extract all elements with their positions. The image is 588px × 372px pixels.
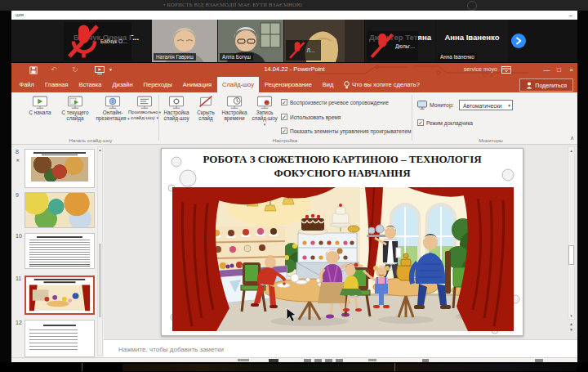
checkbox-presenter-view[interactable]: ✓ Режим докладчика — [417, 119, 473, 126]
checkbox-use-timings[interactable]: ✓ Использовать время — [281, 114, 341, 120]
checkbox-label: Показать элементы управления проигрывате… — [290, 128, 411, 134]
tab-slideshow[interactable]: Слайд-шоу — [217, 77, 260, 92]
button-label: С текущего слайда — [57, 110, 93, 121]
mic-muted-icon — [66, 23, 99, 60]
share-button[interactable]: Поделиться — [519, 78, 573, 92]
lightbulb-icon — [344, 81, 350, 89]
group-label-start: Начать слайд-шоу — [23, 137, 158, 143]
close-button[interactable]: × — [565, 63, 577, 77]
custom-slideshow-button[interactable]: Произвольное слайд-шоу ▾ — [132, 95, 157, 121]
participant-name: Анна Іваненко — [438, 33, 506, 42]
collapse-ribbon-button[interactable]: ∧ — [570, 135, 574, 141]
monitor-icon — [417, 101, 427, 110]
thumbnail-scrollbar[interactable]: ▴ — [97, 146, 103, 356]
monitor-globe-icon — [105, 95, 121, 109]
record-icon — [256, 95, 273, 109]
tab-file[interactable]: Файл — [14, 77, 39, 92]
from-current-slide-button[interactable]: С текущего слайда — [57, 95, 93, 121]
monitor-play-icon — [32, 95, 48, 109]
mic-muted-icon — [369, 32, 394, 60]
thumb-text-block — [29, 240, 90, 262]
status-fragment — [238, 359, 249, 361]
monitor-list-icon — [136, 95, 153, 109]
status-fragment — [368, 359, 376, 361]
participant-label: Наталія Гавриш — [156, 54, 194, 60]
slide-nav-buttons[interactable]: ▲ ▼ — [568, 321, 575, 333]
tab-animations[interactable]: Анимация — [177, 77, 216, 92]
setup-slideshow-button[interactable]: Настройка слайд-шоу — [161, 95, 192, 121]
slide-number: 12 — [16, 320, 22, 325]
slide-thumbnail-9[interactable] — [24, 192, 95, 228]
participant-label-chip: Анна Іваненко — [438, 53, 477, 61]
person-icon — [526, 82, 532, 89]
online-presentation-button[interactable]: Онлайн-презентация ▾ — [95, 95, 131, 122]
tell-me-box[interactable]: Что вы хотите сделать? — [339, 77, 425, 92]
checkbox-label: Режим докладчика — [426, 120, 473, 126]
slide-thumbnail-8[interactable] — [24, 149, 95, 188]
thumb-title-line — [43, 325, 76, 326]
meeting-minimize-button[interactable]: – — [569, 11, 572, 20]
scrollbar-thumb[interactable] — [568, 245, 574, 265]
tell-me-label: Что вы хотите сделать? — [352, 81, 420, 88]
rehearse-timings-button[interactable]: Настройка времени — [220, 95, 249, 121]
button-label: С начала — [29, 110, 51, 115]
next-slide-button[interactable]: ▼ — [569, 327, 573, 332]
button-label: Запись слайд-шоу ▾ — [251, 110, 278, 128]
dropdown-arrow: ▾ — [264, 122, 266, 127]
previous-slide-button[interactable]: ▲ — [569, 321, 573, 326]
participant-label-chip: Дюльгер Тетяна — [367, 31, 418, 61]
tab-view[interactable]: Вид — [317, 77, 339, 92]
participant-tile-diulher[interactable]: Дюльгер Тетяна Дюльгер Тетяна — [365, 20, 435, 62]
participant-label-chip: Бабчук Олена Григорі.. — [64, 22, 131, 61]
tab-review[interactable]: Рецензирование — [259, 77, 317, 92]
slide-editor-area: РОБОТА З СЮЖЕТНОЮ КАРТИНОЮ – ТЕХНОЛОГІЯ … — [104, 145, 577, 339]
participant-tile-natalia[interactable]: Наталія Гавриш — [152, 20, 217, 62]
participant-tile-babchuk[interactable]: Бабчук Олена Г... Бабчук Олена Григорі.. — [11, 20, 152, 62]
checkbox-icon: ✓ — [417, 119, 424, 126]
button-label: Скрыть слайд — [194, 110, 218, 121]
participant-tile-liudmyla[interactable]: Людмила — [284, 20, 364, 62]
participant-label: Анна Іваненко — [440, 54, 474, 60]
tab-home[interactable]: Главная — [39, 77, 74, 92]
record-slideshow-button[interactable]: Запись слайд-шоу ▾ — [251, 95, 278, 128]
slide-thumbnail-10[interactable] — [24, 233, 95, 269]
tab-transitions[interactable]: Переходы — [138, 77, 177, 92]
checkbox-play-narrations[interactable]: ✓ Воспроизвести речевое сопровождение — [281, 99, 389, 105]
minimize-button[interactable]: — — [541, 63, 553, 77]
checkbox-show-media-controls[interactable]: ✓ Показать элементы управления проигрыва… — [281, 128, 411, 134]
group-separator — [412, 95, 412, 141]
participant-tile-anna[interactable]: Анна Іваненко Анна Іваненко — [436, 20, 508, 62]
slide-title[interactable]: РОБОТА З СЮЖЕТНОЮ КАРТИНОЮ – ТЕХНОЛОГІЯ … — [175, 153, 510, 181]
hide-slide-button[interactable]: Скрыть слайд — [194, 95, 218, 121]
background-slide-decor — [467, 1, 477, 11]
slide-thumbnail-11-selected[interactable] — [24, 276, 95, 315]
ribbon-display-options-icon[interactable] — [501, 66, 511, 74]
scrollbar-thumb[interactable] — [99, 244, 101, 317]
button-label: Настройка времени — [220, 110, 249, 121]
tab-design[interactable]: Дизайн — [107, 77, 138, 92]
participant-label: Бабчук Олена Григорі.. — [100, 38, 129, 44]
thumb-image — [25, 193, 94, 227]
bottom-border-strip — [0, 362, 588, 372]
scroll-up-icon: ▴ — [98, 147, 102, 153]
restore-button[interactable]: □ — [553, 63, 565, 77]
hide-slide-icon — [198, 95, 214, 109]
participant-tile-alla[interactable]: Алла Богуш — [218, 20, 283, 62]
editor-scrollbar[interactable]: ▴ ▾ — [568, 146, 575, 320]
ribbon: С начала С текущего слайда Онлайн-презен… — [11, 92, 577, 145]
tab-insert[interactable]: Вставка — [74, 77, 107, 92]
slide-illustration — [172, 187, 514, 331]
notes-pane[interactable]: Нажмите, чтобы добавить заметки — [104, 339, 577, 357]
slide-canvas[interactable]: РОБОТА З СЮЖЕТНОЮ КАРТИНОЮ – ТЕХНОЛОГІЯ … — [161, 148, 523, 336]
next-participants-button[interactable] — [511, 34, 526, 48]
from-beginning-button[interactable]: С начала — [24, 95, 56, 115]
mic-muted-icon — [288, 41, 305, 60]
meeting-title: ция — [16, 12, 24, 17]
clock-icon — [226, 95, 243, 109]
slide-thumbnail-12[interactable] — [24, 320, 95, 357]
participant-label: Дюльгер Тетяна — [395, 43, 416, 49]
powerpoint-titlebar: ↶ ↻ ▾ 14.04.22 - PowerPoint service moyo… — [11, 63, 577, 77]
titlebar-watermark: service moyo — [464, 66, 497, 72]
monitor-select[interactable]: Автоматически ▾ — [459, 100, 513, 110]
slide-number: 11 — [16, 276, 21, 281]
